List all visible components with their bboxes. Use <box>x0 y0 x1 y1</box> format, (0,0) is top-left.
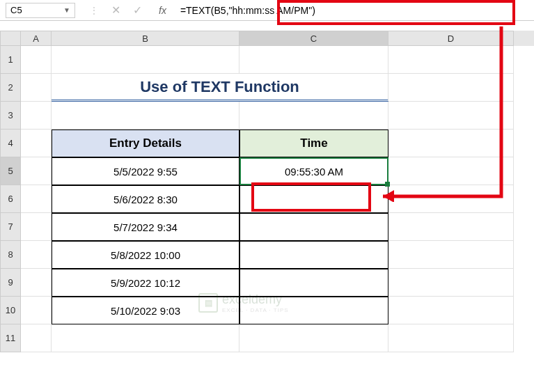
cell-D6[interactable] <box>388 185 514 213</box>
header-entry-details[interactable]: Entry Details <box>52 130 239 157</box>
cell-C3[interactable] <box>239 102 388 130</box>
name-box-dropdown-icon[interactable]: ▼ <box>63 6 70 14</box>
cell-B11[interactable] <box>52 324 239 352</box>
cancel-icon[interactable]: ✕ <box>111 3 120 17</box>
cell-D9[interactable] <box>388 269 514 297</box>
row-header-11[interactable]: 11 <box>0 324 21 352</box>
cell-C6[interactable] <box>239 185 388 213</box>
cell-B3[interactable] <box>52 102 239 130</box>
col-header-D[interactable]: D <box>388 31 514 46</box>
dots-icon: ⋮ <box>89 5 99 16</box>
cell-A10[interactable] <box>21 297 52 324</box>
cell-D8[interactable] <box>388 241 514 269</box>
col-header-C[interactable]: C <box>239 31 388 46</box>
col-header-A[interactable]: A <box>21 31 52 46</box>
cell-A8[interactable] <box>21 241 52 269</box>
cell-D10[interactable] <box>388 297 514 324</box>
cell-A7[interactable] <box>21 213 52 241</box>
cell-C10[interactable] <box>239 297 388 324</box>
cell-C8[interactable] <box>239 241 388 269</box>
cell-C1[interactable] <box>239 46 388 74</box>
cell-A11[interactable] <box>21 324 52 352</box>
cell-D11[interactable] <box>388 324 514 352</box>
cell-B10[interactable]: 5/10/2022 9:03 <box>52 297 239 324</box>
row-header-5[interactable]: 5 <box>0 157 21 185</box>
cell-A9[interactable] <box>21 269 52 297</box>
cell-B6[interactable]: 5/6/2022 8:30 <box>52 185 239 213</box>
column-headers: A B C D <box>0 31 534 46</box>
cell-A1[interactable] <box>21 46 52 74</box>
formula-bar: C5 ▼ ⋮ ✕ ✓ fx =TEXT(B5,"hh:mm:ss AM/PM") <box>0 0 534 21</box>
spreadsheet: A B C D 1 2 3 4 5 6 7 8 9 10 11 <box>0 31 534 352</box>
cell-D2[interactable] <box>388 74 514 102</box>
row-header-8[interactable]: 8 <box>0 241 21 269</box>
cell-B7[interactable]: 5/7/2022 9:34 <box>52 213 239 241</box>
cell-B1[interactable] <box>52 46 239 74</box>
cell-C9[interactable] <box>239 269 388 297</box>
row-header-9[interactable]: 9 <box>0 269 21 297</box>
cells-area[interactable]: Use of TEXT Function Entry Details Time … <box>21 46 514 352</box>
cell-B5[interactable]: 5/5/2022 9:55 <box>52 157 239 185</box>
enter-icon[interactable]: ✓ <box>133 3 142 17</box>
name-box-value: C5 <box>10 5 22 15</box>
formula-input[interactable]: =TEXT(B5,"hh:mm:ss AM/PM") <box>176 3 528 18</box>
header-time[interactable]: Time <box>239 130 388 157</box>
select-all-corner[interactable] <box>0 31 21 46</box>
cell-A3[interactable] <box>21 102 52 130</box>
cell-C11[interactable] <box>239 324 388 352</box>
cell-C7[interactable] <box>239 213 388 241</box>
row-header-4[interactable]: 4 <box>0 130 21 157</box>
row-header-1[interactable]: 1 <box>0 46 21 74</box>
fx-icon[interactable]: fx <box>159 5 166 16</box>
formula-bar-icons: ⋮ ✕ ✓ fx <box>84 3 172 17</box>
cell-A4[interactable] <box>21 130 52 157</box>
cell-B8[interactable]: 5/8/2022 10:00 <box>52 241 239 269</box>
cell-D4[interactable] <box>388 130 514 157</box>
cell-A6[interactable] <box>21 185 52 213</box>
formula-text: =TEXT(B5,"hh:mm:ss AM/PM") <box>180 5 315 16</box>
cell-D5[interactable] <box>388 157 514 185</box>
row-header-7[interactable]: 7 <box>0 213 21 241</box>
title-cell[interactable]: Use of TEXT Function <box>52 74 388 102</box>
cell-D7[interactable] <box>388 213 514 241</box>
name-box[interactable]: C5 ▼ <box>6 3 75 18</box>
row-header-6[interactable]: 6 <box>0 185 21 213</box>
cell-D3[interactable] <box>388 102 514 130</box>
row-header-2[interactable]: 2 <box>0 74 21 102</box>
cell-D1[interactable] <box>388 46 514 74</box>
row-header-10[interactable]: 10 <box>0 297 21 324</box>
cell-A5[interactable] <box>21 157 52 185</box>
row-header-3[interactable]: 3 <box>0 102 21 130</box>
row-headers: 1 2 3 4 5 6 7 8 9 10 11 <box>0 46 21 352</box>
cell-A2[interactable] <box>21 74 52 102</box>
cell-C5[interactable]: 09:55:30 AM <box>239 157 388 185</box>
cell-B9[interactable]: 5/9/2022 10:12 <box>52 269 239 297</box>
col-header-B[interactable]: B <box>52 31 239 46</box>
